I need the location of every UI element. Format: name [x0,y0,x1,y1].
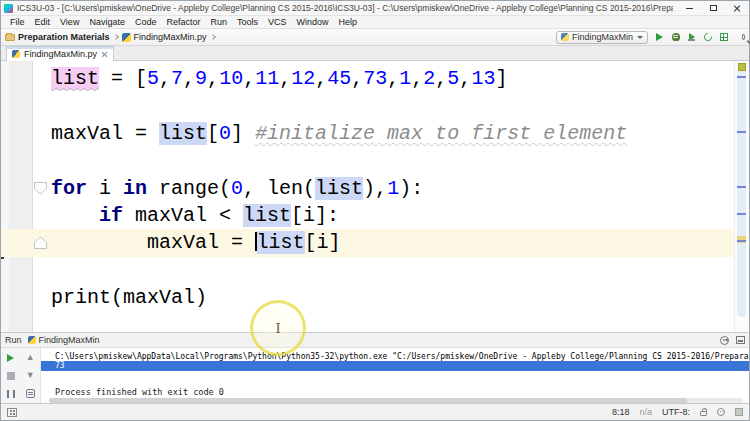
maximize-icon [710,5,717,11]
coverage-button[interactable] [686,32,697,43]
code-line[interactable] [34,257,733,284]
minimize-button[interactable] [677,1,701,15]
menu-item-code[interactable]: Code [130,17,162,27]
code-token [51,204,99,227]
stripe-occurrence-mark[interactable] [737,240,746,242]
maximize-button[interactable] [701,1,725,15]
menu-item-help[interactable]: Help [334,17,363,27]
menu-bar: FileEditViewNavigateCodeRefactorRunTools… [1,16,749,29]
soft-wrap-button[interactable] [25,388,36,399]
scrollbar-error-stripe[interactable] [734,61,749,332]
python-icon [122,33,131,42]
chevron-down-icon [637,36,643,39]
run-settings-button[interactable] [720,336,729,345]
search-everywhere-button[interactable] [734,32,745,43]
rerun-icon [7,354,14,362]
run-button[interactable] [654,32,665,43]
code-token: maxVal = [51,122,159,145]
up-stack-trace-button[interactable]: ▲ [25,352,36,363]
code-token: , [315,67,327,90]
code-token: = [ [99,67,147,90]
menu-item-refactor[interactable]: Refactor [161,17,205,27]
breadcrumb-item[interactable]: FindingMaxMin.py [122,32,207,42]
code-line[interactable]: maxVal = list[0] #initalize max to first… [34,120,733,147]
code-line[interactable]: print(maxVal) [34,284,733,311]
code-line[interactable]: list = [5,7,9,10,11,12,45,73,1,2,5,13] [34,65,733,92]
hector-inspector-icon[interactable] [717,408,725,416]
python-icon [28,336,36,344]
title-bar: ICS3U-03 - [C:\Users\pmiskew\OneDrive - … [1,1,749,16]
code-line-current[interactable]: maxVal = list[i] [1,229,749,256]
tab-findingmaxmin[interactable]: FindingMaxMin.py [6,46,114,61]
hide-panel-button[interactable] [736,336,745,344]
menu-item-file[interactable]: File [5,17,30,27]
code-token: 10 [219,67,243,90]
stop-button[interactable] [5,370,16,381]
menu-item-edit[interactable]: Edit [30,17,56,27]
code-token: , [387,67,399,90]
menu-item-view[interactable]: View [55,17,84,27]
code-line[interactable]: if maxVal < list[i]: [34,202,733,229]
menu-item-window[interactable]: Window [292,17,334,27]
pycharm-window: ICS3U-03 - [C:\Users\pmiskew\OneDrive - … [0,0,750,421]
run-panel-tab[interactable]: FindingMaxMin [28,335,100,345]
code-line[interactable] [34,92,733,119]
rerun-button[interactable] [5,352,16,363]
pause-button[interactable] [5,388,16,399]
menu-item-tools[interactable]: Tools [232,17,263,27]
console-line[interactable]: Process finished with exit code 0 [41,388,749,397]
close-button[interactable] [725,1,749,15]
mouse-highlight-circle: I [250,300,306,356]
code-line[interactable] [34,147,733,174]
code-token: ] [495,67,507,90]
console-line[interactable]: C:\Users\pmiskew\AppData\Local\Programs\… [41,352,749,361]
code-line[interactable]: for i in range(0, len(list),1): [34,175,733,202]
stripe-occurrence-mark[interactable] [737,131,746,133]
menu-item-vcs[interactable]: VCS [263,17,292,27]
scrollbar-thumb[interactable] [737,69,746,317]
down-stack-trace-button[interactable]: ▼ [25,370,36,381]
console-line-selected[interactable]: 73 [41,361,749,371]
code-editor[interactable]: list = [5,7,9,10,11,12,45,73,1,2,5,13] m… [1,61,749,332]
debug-icon [672,33,680,41]
code-token: 12 [291,67,315,90]
concurrency-diagram-button[interactable] [718,32,729,43]
code-token: ): [399,177,423,200]
status-item[interactable]: UTF-8: [662,407,690,417]
code-token: 73 [363,67,387,90]
run-console[interactable]: C:\Users\pmiskew\AppData\Local\Programs\… [41,348,749,405]
run-configuration-select[interactable]: FindingMaxMin [556,31,648,44]
text-cursor-icon: I [275,321,280,336]
status-item[interactable]: 8:18 [612,407,630,417]
stripe-occurrence-mark[interactable] [737,213,746,215]
profiler-icon [702,31,713,42]
run-panel-header: Run FindingMaxMin [1,333,749,348]
lock-icon[interactable] [700,411,707,416]
fold-marker-icon[interactable] [34,182,47,195]
code-token: 11 [255,67,279,90]
breadcrumb-item[interactable]: Preparation Materials [5,32,110,42]
code-token: 9 [195,67,207,90]
code-token: , [279,67,291,90]
fold-marker-icon[interactable] [34,236,47,249]
stripe-occurrence-mark[interactable] [737,76,746,78]
code-token: ] [231,122,255,145]
toolwindow-toggle-icon[interactable] [7,408,17,417]
memory-indicator-icon[interactable] [735,408,743,416]
status-item[interactable]: n/a [639,407,652,417]
code-token: 5 [447,67,459,90]
app-icon [4,4,13,13]
debug-button[interactable] [670,32,681,43]
inspection-indicator-icon[interactable] [738,63,746,71]
code-token: , [411,67,423,90]
menu-item-run[interactable]: Run [205,17,232,27]
run-icon [656,33,663,41]
profiler-button[interactable] [702,32,713,43]
console-line[interactable] [41,371,749,380]
menu-item-navigate[interactable]: Navigate [84,17,130,27]
tab-close-icon[interactable] [101,51,108,58]
code-area[interactable]: list = [5,7,9,10,11,12,45,73,1,2,5,13] m… [34,65,733,312]
run-tool-window: Run FindingMaxMin ▲ ▼ [1,332,749,405]
folder-icon [5,34,15,41]
stripe-occurrence-mark[interactable] [737,186,746,188]
